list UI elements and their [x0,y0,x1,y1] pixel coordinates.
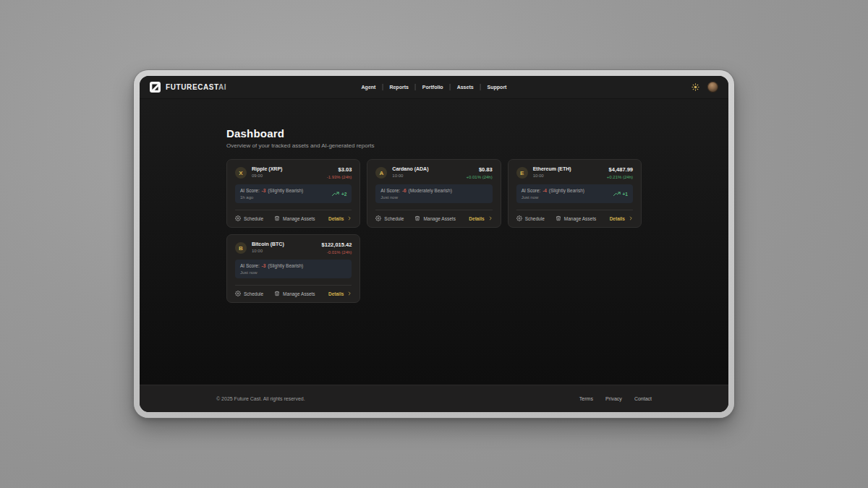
footer-link-privacy[interactable]: Privacy [605,396,622,401]
details-button[interactable]: Details [328,216,352,221]
asset-time: 10:00 [533,174,571,178]
card-actions: Schedule Manage Assets Details [235,285,352,296]
ai-score-value: -3 [262,263,266,268]
page-subtitle: Overview of your tracked assets and AI-g… [226,142,642,149]
user-avatar[interactable] [707,82,718,93]
ai-score-sentiment: (Moderately Bearish) [408,188,451,193]
nav-item-assets[interactable]: Assets [457,85,474,90]
ai-score-panel: AI Score: -3 (Slightly Bearish) Just now [235,260,352,278]
theme-toggle-button[interactable] [692,83,699,91]
card-actions: Schedule Manage Assets Details [516,210,633,221]
footer-link-contact[interactable]: Contact [634,396,652,401]
chevron-right-icon [347,216,352,221]
ai-updated-time: Just now [380,195,451,200]
ai-score-value: -3 [262,188,266,193]
asset-price: $122,015.42 [322,241,352,248]
ai-score-label: AI Score: [240,188,260,193]
ai-score-label: AI Score: [522,188,541,193]
ai-score-panel: AI Score: -6 (Moderately Bearish) Just n… [375,184,492,203]
trend-value: +2 [341,192,346,197]
asset-letter-icon: X [235,167,247,179]
app-screen: FUTURECASTAI Agent Reports Portfolio Ass… [140,76,728,412]
ai-score-panel: AI Score: -4 (Slightly Bearish) Just now… [516,184,633,203]
nav-divider [382,84,383,90]
asset-card-cardano: A Cardano (ADA) 10:00 $0.83 +0.01% (24h) [367,159,501,228]
nav-item-support[interactable]: Support [488,85,507,90]
asset-time: 10:00 [392,174,428,178]
asset-letter-icon: B [235,242,247,254]
nav-item-reports[interactable]: Reports [389,85,408,90]
card-actions: Schedule Manage Assets Details [235,210,352,221]
manage-assets-button[interactable]: Manage Assets [556,215,596,221]
asset-change: -0.01% (24h) [322,250,352,254]
footer-link-terms[interactable]: Terms [579,396,593,401]
brand-name: FUTURECASTAI [166,83,226,91]
nav-item-portfolio[interactable]: Portfolio [422,85,443,90]
chevron-right-icon [488,216,493,221]
sun-icon [692,83,699,91]
asset-change: -1.93% (24h) [327,175,352,179]
nav-divider [415,84,416,90]
trend-badge: +2 [332,192,346,197]
main-content: Dashboard Overview of your tracked asset… [140,99,728,385]
ai-score-label: AI Score: [380,188,400,193]
gear-icon [235,215,241,221]
asset-card-ethereum: E Ethereum (ETH) 10:00 $4,487.99 +0.21% … [508,159,642,228]
gear-icon [516,215,522,221]
asset-card-ripple: X Ripple (XRP) 09:00 $3.03 -1.93% (24h) [226,159,360,228]
ai-updated-time: Just now [240,270,303,275]
schedule-button[interactable]: Schedule [375,215,404,221]
nav-item-agent[interactable]: Agent [362,85,376,90]
manage-assets-button[interactable]: Manage Assets [274,215,315,221]
ai-score-sentiment: (Slightly Bearish) [549,188,584,193]
manage-assets-button[interactable]: Manage Assets [414,215,455,221]
trash-icon [274,291,280,296]
ai-score-panel: AI Score: -3 (Slightly Bearish) 1h ago +… [235,184,352,203]
asset-name: Cardano (ADA) [392,166,428,171]
asset-name: Bitcoin (BTC) [252,241,284,247]
ai-updated-time: Just now [522,195,584,200]
trash-icon [414,215,420,221]
copyright-text: © 2025 Future Cast. All rights reserved. [216,396,305,401]
main-nav: Agent Reports Portfolio Assets Support [362,76,507,98]
trending-up-icon [613,192,621,197]
page-title: Dashboard [226,127,642,140]
chevron-right-icon [629,216,633,221]
gear-icon [235,291,241,296]
trash-icon [556,215,561,221]
trend-value: +1 [623,192,628,197]
schedule-button[interactable]: Schedule [235,291,263,296]
browser-window: FUTURECASTAI Agent Reports Portfolio Ass… [134,70,734,418]
top-navigation-bar: FUTURECASTAI Agent Reports Portfolio Ass… [140,76,728,99]
footer-links: Terms Privacy Contact [579,396,652,401]
card-actions: Schedule Manage Assets Details [375,210,492,221]
schedule-button[interactable]: Schedule [516,215,545,221]
ai-score-sentiment: (Slightly Bearish) [268,263,303,268]
ai-updated-time: 1h ago [240,195,303,200]
brand-logo-icon [150,82,161,93]
asset-letter-icon: E [516,167,528,179]
topbar-right-controls [692,82,718,93]
ai-score-value: -4 [542,188,547,193]
trash-icon [274,215,280,221]
trend-badge: +1 [613,192,628,197]
ai-score-label: AI Score: [240,263,260,268]
details-button[interactable]: Details [610,216,633,221]
brand-logo[interactable]: FUTURECASTAI [150,82,226,93]
asset-time: 10:00 [252,249,284,253]
asset-name: Ripple (XRP) [252,166,282,171]
page-footer: © 2025 Future Cast. All rights reserved.… [140,385,728,412]
details-button[interactable]: Details [469,216,492,221]
asset-card-bitcoin: B Bitcoin (BTC) 10:00 $122,015.42 -0.01%… [226,234,360,303]
asset-change: +0.21% (24h) [607,175,633,179]
details-button[interactable]: Details [328,291,352,296]
schedule-button[interactable]: Schedule [235,215,263,221]
asset-letter-icon: A [375,167,387,179]
asset-price: $4,487.99 [607,166,633,173]
manage-assets-button[interactable]: Manage Assets [274,291,315,296]
asset-time: 09:00 [252,174,282,178]
arrow-logo-glyph [151,83,159,91]
asset-name: Ethereum (ETH) [533,166,571,171]
ai-score-sentiment: (Slightly Bearish) [268,188,303,193]
asset-price: $0.83 [466,166,492,173]
